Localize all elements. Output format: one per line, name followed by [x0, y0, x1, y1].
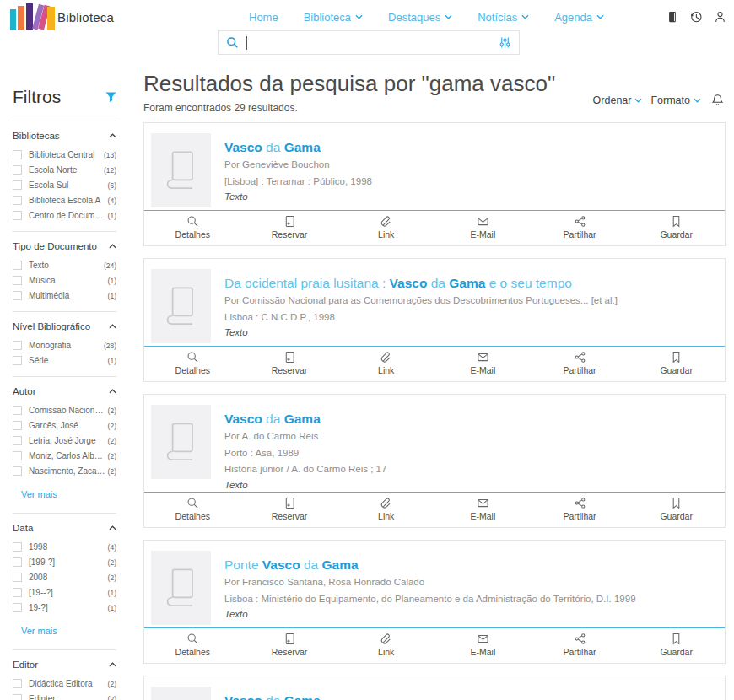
- checkbox[interactable]: [13, 356, 22, 365]
- checkbox[interactable]: [13, 276, 22, 285]
- filter-option[interactable]: Música(1): [13, 276, 116, 285]
- action-reservar[interactable]: Reservar: [241, 351, 338, 375]
- checkbox[interactable]: [13, 150, 22, 159]
- checkbox[interactable]: [13, 291, 22, 300]
- action-reservar[interactable]: Reservar: [241, 633, 338, 657]
- filter-option[interactable]: [199-?](2): [13, 557, 116, 567]
- filter-option[interactable]: Biblioteca Escola A(4): [13, 196, 116, 205]
- checkbox[interactable]: [13, 406, 22, 415]
- checkbox[interactable]: [13, 466, 22, 476]
- action-partilhar[interactable]: Partilhar: [532, 351, 629, 375]
- nav-item-2[interactable]: Destaques: [388, 11, 452, 24]
- checkbox[interactable]: [13, 679, 22, 688]
- checkbox[interactable]: [13, 211, 22, 220]
- checkbox[interactable]: [13, 542, 22, 552]
- action-partilhar[interactable]: Partilhar: [532, 633, 629, 657]
- action-detalhes[interactable]: Detalhes: [144, 497, 241, 521]
- filter-option[interactable]: Centro de Documentação(1): [13, 211, 116, 220]
- ver-mais-link[interactable]: Ver mais: [21, 626, 57, 636]
- filter-option[interactable]: Escola Sul(6): [13, 180, 116, 190]
- nav-item-3[interactable]: Notícias: [478, 11, 529, 24]
- filter-option[interactable]: Biblioteca Central(13): [13, 150, 116, 159]
- checkbox[interactable]: [13, 165, 22, 175]
- filter-section-header[interactable]: Nível Bibliográfico: [13, 321, 116, 331]
- checkbox[interactable]: [13, 421, 22, 430]
- checkbox[interactable]: [13, 436, 22, 445]
- action-link[interactable]: Link: [337, 215, 434, 240]
- action-guardar[interactable]: Guardar: [628, 351, 725, 375]
- book-cover-placeholder[interactable]: [151, 687, 211, 700]
- action-guardar[interactable]: Guardar: [628, 215, 725, 240]
- action-email[interactable]: E-Mail: [434, 633, 532, 657]
- filter-option[interactable]: 2008(2): [13, 573, 116, 582]
- filter-option[interactable]: [19--?](1): [13, 588, 116, 597]
- checkbox[interactable]: [13, 341, 22, 350]
- action-detalhes[interactable]: Detalhes: [144, 215, 241, 240]
- search-button[interactable]: [226, 36, 239, 49]
- checkbox[interactable]: [13, 261, 22, 270]
- action-partilhar[interactable]: Partilhar: [532, 497, 629, 521]
- filter-option[interactable]: Edinter(2): [13, 694, 116, 700]
- filter-option[interactable]: Escola Norte(12): [13, 165, 116, 175]
- checkbox[interactable]: [13, 451, 22, 460]
- filter-option[interactable]: Garcês, José(2): [13, 421, 116, 430]
- action-guardar[interactable]: Guardar: [628, 497, 725, 521]
- result-title[interactable]: Ponte Vasco da Gama: [224, 557, 636, 573]
- nav-item-4[interactable]: Agenda: [554, 11, 604, 24]
- filter-section-header[interactable]: Data: [13, 523, 116, 533]
- history-button[interactable]: [689, 10, 703, 24]
- filter-section-header[interactable]: Tipo de Documento: [13, 241, 116, 251]
- filter-option[interactable]: Moniz, Carlos Alberto(2): [13, 451, 116, 460]
- filter-section-header[interactable]: Editor: [13, 660, 116, 670]
- search-input[interactable]: [255, 31, 491, 54]
- filter-option[interactable]: Multimédia(1): [13, 291, 116, 300]
- action-reservar[interactable]: Reservar: [241, 497, 338, 521]
- action-detalhes[interactable]: Detalhes: [144, 351, 241, 375]
- filter-option[interactable]: Monografia(28): [13, 341, 116, 350]
- filter-option[interactable]: Série(1): [13, 356, 116, 365]
- filter-option[interactable]: Didáctica Editora(2): [13, 679, 116, 688]
- filter-option[interactable]: Texto(24): [13, 261, 116, 270]
- action-email[interactable]: E-Mail: [434, 215, 532, 240]
- result-title[interactable]: Da ocidental praia lusitana : Vasco da G…: [224, 275, 618, 291]
- user-button[interactable]: [714, 10, 726, 24]
- book-cover-placeholder[interactable]: [151, 133, 211, 207]
- checkbox[interactable]: [13, 557, 22, 567]
- filter-option[interactable]: Letria, José Jorge(2): [13, 436, 116, 445]
- filter-option[interactable]: Comissão Nacional para a...(2): [13, 406, 116, 415]
- nav-item-1[interactable]: Biblioteca: [304, 11, 363, 24]
- result-title[interactable]: Vasco da Gama: [224, 411, 386, 427]
- filter-section-header[interactable]: Autor: [13, 386, 116, 396]
- filter-section-header[interactable]: Bibliotecas: [13, 131, 116, 141]
- action-detalhes[interactable]: Detalhes: [144, 633, 241, 657]
- result-title[interactable]: Vasco da Gama: [224, 692, 361, 700]
- nav-item-0[interactable]: Home: [249, 11, 278, 24]
- checkbox[interactable]: [13, 180, 22, 190]
- checkbox[interactable]: [13, 603, 22, 612]
- sort-dropdown[interactable]: Ordenar: [593, 94, 643, 106]
- book-cover-placeholder[interactable]: [151, 551, 211, 625]
- checkbox[interactable]: [13, 573, 22, 582]
- format-dropdown[interactable]: Formato: [650, 94, 701, 106]
- filter-option[interactable]: Nascimento, Zacarias(2): [13, 466, 116, 476]
- device-button[interactable]: [667, 10, 678, 24]
- action-guardar[interactable]: Guardar: [628, 633, 725, 657]
- checkbox[interactable]: [13, 196, 22, 205]
- ver-mais-link[interactable]: Ver mais: [21, 489, 57, 499]
- checkbox[interactable]: [13, 694, 22, 700]
- checkbox[interactable]: [13, 588, 22, 597]
- action-link[interactable]: Link: [337, 351, 434, 375]
- advanced-search-button[interactable]: [499, 36, 511, 49]
- book-cover-placeholder[interactable]: [151, 269, 211, 343]
- result-title[interactable]: Vasco da Gama: [224, 139, 372, 155]
- filter-option[interactable]: 1998(4): [13, 542, 116, 552]
- notifications-button[interactable]: [711, 94, 724, 107]
- filter-toggle-button[interactable]: [105, 92, 116, 103]
- action-link[interactable]: Link: [337, 497, 434, 521]
- action-reservar[interactable]: Reservar: [241, 215, 338, 240]
- filter-option[interactable]: 19-?](1): [13, 603, 116, 612]
- action-email[interactable]: E-Mail: [434, 497, 532, 521]
- library-logo[interactable]: [8, 2, 57, 32]
- action-partilhar[interactable]: Partilhar: [532, 215, 629, 240]
- action-link[interactable]: Link: [337, 633, 434, 657]
